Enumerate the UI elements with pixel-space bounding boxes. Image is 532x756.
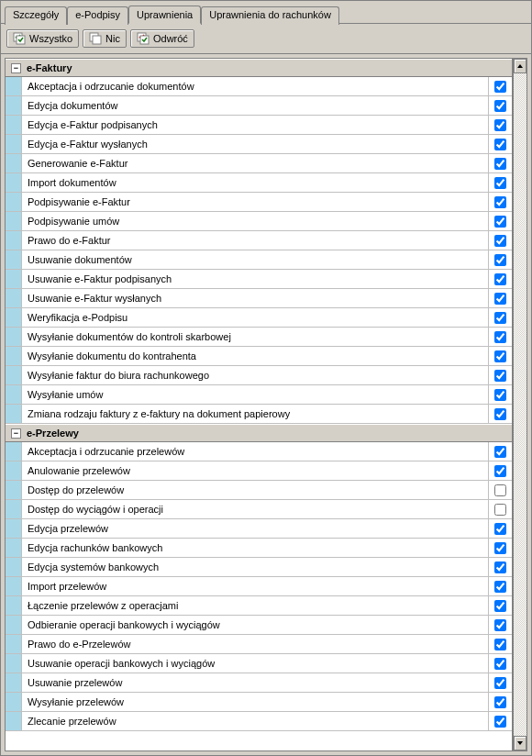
permission-row: Usuwanie przelewów <box>6 673 512 693</box>
row-stripe <box>6 212 22 230</box>
scroll-up-button[interactable] <box>514 59 526 73</box>
permission-checkbox-cell <box>488 693 512 711</box>
permission-checkbox[interactable] <box>494 177 506 189</box>
permission-checkbox[interactable] <box>494 639 506 650</box>
permission-checkbox[interactable] <box>494 581 506 593</box>
collapse-icon[interactable]: − <box>11 63 21 73</box>
row-stripe <box>6 193 22 211</box>
permission-checkbox-cell <box>488 635 512 653</box>
tab-1[interactable]: e-Podpisy <box>67 6 128 25</box>
permission-checkbox[interactable] <box>494 254 506 266</box>
permission-checkbox[interactable] <box>494 273 506 285</box>
permission-checkbox-cell <box>488 673 512 692</box>
permission-checkbox[interactable] <box>494 677 506 689</box>
tab-3[interactable]: Uprawnienia do rachunków <box>201 6 339 25</box>
permission-row: Wysyłanie dokumentów do kontroli skarbow… <box>6 328 512 347</box>
permission-checkbox[interactable] <box>494 139 506 150</box>
permission-checkbox[interactable] <box>494 350 506 362</box>
permission-row: Podpisywanie umów <box>6 212 512 231</box>
permission-checkbox-cell <box>488 616 512 634</box>
permission-checkbox[interactable] <box>494 696 506 708</box>
permission-checkbox[interactable] <box>494 523 506 535</box>
permission-label: Import przelewów <box>22 581 488 592</box>
permission-label: Prawo do e-Przelewów <box>22 639 488 650</box>
scroll-track[interactable] <box>514 73 526 736</box>
permission-checkbox-cell <box>488 96 512 115</box>
permission-checkbox[interactable] <box>494 370 506 382</box>
permission-checkbox[interactable] <box>494 484 506 496</box>
permission-checkbox[interactable] <box>494 158 506 170</box>
permission-checkbox-cell <box>488 250 512 269</box>
permission-checkbox[interactable] <box>494 331 506 343</box>
permission-checkbox-cell <box>488 212 512 230</box>
permission-label: Edycja systemów bankowych <box>22 561 488 573</box>
permission-checkbox-cell <box>488 366 512 384</box>
permission-checkbox-cell <box>488 193 512 211</box>
permission-checkbox[interactable] <box>494 196 506 208</box>
permission-checkbox[interactable] <box>494 119 506 131</box>
permission-checkbox-cell <box>488 231 512 250</box>
permission-label: Wysyłanie dokumentu do kontrahenta <box>22 350 488 361</box>
permission-checkbox[interactable] <box>494 658 506 670</box>
permission-checkbox[interactable] <box>494 235 506 247</box>
permission-checkbox[interactable] <box>494 216 506 228</box>
vertical-scrollbar[interactable] <box>513 58 527 751</box>
permission-checkbox-cell <box>488 270 512 288</box>
tab-2[interactable]: Uprawnienia <box>128 6 201 24</box>
scroll-down-button[interactable] <box>514 736 526 750</box>
row-stripe <box>6 173 22 192</box>
group-header[interactable]: −e-Faktury <box>6 59 512 77</box>
row-stripe <box>6 154 22 172</box>
permission-row: Odbieranie operacji bankowych i wyciągów <box>6 616 512 635</box>
permission-row: Usuwanie dokumentów <box>6 250 512 270</box>
permission-checkbox-cell <box>488 289 512 307</box>
permission-checkbox[interactable] <box>494 542 506 554</box>
permission-label: Generowanie e-Faktur <box>22 158 488 169</box>
permission-row: Prawo do e-Przelewów <box>6 635 512 654</box>
row-stripe <box>6 231 22 250</box>
row-stripe <box>6 539 22 557</box>
permission-checkbox-cell <box>488 461 512 480</box>
row-stripe <box>6 308 22 327</box>
permission-checkbox[interactable] <box>494 446 506 458</box>
permission-checkbox[interactable] <box>494 81 506 93</box>
permission-checkbox[interactable] <box>494 465 506 477</box>
row-stripe <box>6 116 22 134</box>
permission-label: Dostęp do wyciągów i operacji <box>22 504 488 515</box>
permission-row: Łączenie przelewów z operacjami <box>6 596 512 616</box>
permission-row: Dostęp do wyciągów i operacji <box>6 500 512 519</box>
permission-label: Anulowanie przelewów <box>22 465 488 476</box>
permission-checkbox[interactable] <box>494 389 506 401</box>
permission-checkbox-cell <box>488 519 512 538</box>
permission-checkbox-cell <box>488 500 512 518</box>
row-stripe <box>6 673 22 692</box>
permission-checkbox[interactable] <box>494 504 506 516</box>
permission-row: Wysyłanie przelewów <box>6 693 512 712</box>
permission-row: Anulowanie przelewów <box>6 461 512 481</box>
permission-checkbox-cell <box>488 308 512 327</box>
permission-checkbox[interactable] <box>494 561 506 573</box>
permission-row: Prawo do e-Faktur <box>6 231 512 250</box>
select-none-button[interactable]: Nic <box>83 29 127 48</box>
permission-checkbox[interactable] <box>494 408 506 420</box>
permission-checkbox[interactable] <box>494 293 506 305</box>
permission-checkbox[interactable] <box>494 100 506 112</box>
row-stripe <box>6 135 22 153</box>
permission-checkbox[interactable] <box>494 716 506 728</box>
permission-checkbox-cell <box>488 135 512 153</box>
tab-0[interactable]: Szczegóły <box>5 6 67 25</box>
group-header[interactable]: −e-Przelewy <box>6 424 512 442</box>
row-stripe <box>6 481 22 499</box>
select-all-button[interactable]: Wszystko <box>6 29 79 48</box>
permission-checkbox-cell <box>488 154 512 172</box>
permission-checkbox[interactable] <box>494 600 506 612</box>
permission-checkbox[interactable] <box>494 619 506 631</box>
collapse-icon[interactable]: − <box>11 428 21 439</box>
row-stripe <box>6 577 22 595</box>
permission-checkbox[interactable] <box>494 312 506 324</box>
permission-row: Generowanie e-Faktur <box>6 154 512 173</box>
group-title: e-Faktury <box>27 62 72 73</box>
permission-label: Edycja e-Faktur wysłanych <box>22 139 488 150</box>
invert-button[interactable]: Odwróć <box>130 29 194 48</box>
row-stripe <box>6 635 22 653</box>
